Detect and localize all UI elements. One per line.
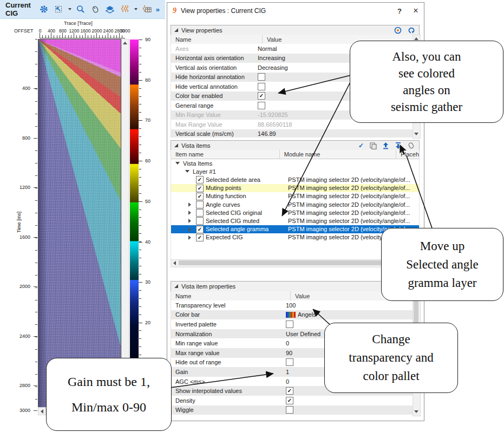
- property-value[interactable]: 0: [286, 378, 289, 385]
- checkbox[interactable]: [196, 209, 204, 217]
- settings-gear-icon[interactable]: [38, 4, 49, 15]
- zoom-window-dropdown-icon[interactable]: [68, 8, 71, 10]
- property-value[interactable]: 90: [286, 350, 292, 356]
- tree-item-selected-cig-original[interactable]: Selected CIG originalPSTM imaging select…: [171, 208, 419, 217]
- checkbox[interactable]: [196, 201, 204, 208]
- checkbox[interactable]: [258, 83, 265, 90]
- checkbox[interactable]: [196, 176, 204, 184]
- property-name: AGC <ms>: [171, 378, 286, 385]
- checkbox[interactable]: [196, 217, 204, 225]
- tree-item-label: Selected CIG original: [206, 210, 262, 216]
- colorbar-tick-label: 40: [145, 239, 150, 245]
- scroll-left-icon[interactable]: [38, 407, 46, 415]
- expander-open-icon[interactable]: [185, 170, 189, 173]
- tree-item-selected-angle-gramma[interactable]: Selected angle grammaPSTM imaging select…: [171, 225, 419, 233]
- checkbox[interactable]: [196, 234, 204, 241]
- checkbox[interactable]: [286, 406, 293, 414]
- section-vista-items[interactable]: Vista items ✓: [171, 140, 420, 151]
- checkbox[interactable]: [286, 397, 293, 404]
- property-value[interactable]: Angels: [298, 311, 316, 318]
- checkbox[interactable]: [196, 185, 204, 192]
- tree-item-muting-function[interactable]: Muting functionPSTM imaging selector 2D …: [171, 192, 419, 200]
- y-axis-tick-label: 2000: [11, 284, 30, 289]
- property-name: Vertical axis orientation: [171, 64, 258, 71]
- expander-closed-icon[interactable]: [188, 202, 191, 207]
- property-value[interactable]: Normal: [258, 45, 277, 52]
- property-value[interactable]: 146.89: [258, 130, 276, 137]
- expander-closed-icon[interactable]: [188, 227, 191, 232]
- move-up-icon[interactable]: [382, 142, 389, 149]
- trace-wiggle-icon[interactable]: [119, 4, 130, 15]
- tree-item-layer-1[interactable]: Layer #1: [171, 167, 419, 175]
- property-value[interactable]: 88.66590118: [258, 121, 292, 128]
- expander-closed-icon[interactable]: [188, 235, 191, 240]
- scroll-down-icon[interactable]: [413, 408, 419, 415]
- zoom-window-icon[interactable]: [53, 4, 64, 15]
- property-row[interactable]: Transparency level100: [171, 300, 413, 310]
- scroll-left-icon[interactable]: [171, 260, 178, 266]
- close-button[interactable]: ×: [408, 6, 424, 16]
- property-row[interactable]: Wiggle: [171, 405, 413, 415]
- seismic-gather-canvas[interactable]: [38, 39, 121, 413]
- apply-check-icon[interactable]: ✓: [358, 142, 364, 149]
- scrollbar-thumb[interactable]: [179, 260, 408, 265]
- checkbox[interactable]: [286, 387, 293, 395]
- checkbox[interactable]: [258, 92, 265, 100]
- tree-item-label: Expected CIG: [206, 234, 243, 240]
- checkbox[interactable]: [196, 193, 204, 200]
- callout-line: Also, you can: [350, 48, 503, 65]
- property-row[interactable]: Vertical scale (ms/cm)146.89: [171, 129, 413, 138]
- checkbox[interactable]: [258, 102, 265, 109]
- tree-item-muting-points[interactable]: Muting pointsPSTM imaging selector 2D (v…: [171, 184, 419, 192]
- property-name: Hide vertical annotation: [171, 83, 258, 90]
- undo-icon[interactable]: [407, 27, 415, 34]
- expander-closed-icon[interactable]: [188, 219, 191, 223]
- toolbar-overflow-icon[interactable]: »: [156, 5, 160, 14]
- callout-move-up: Move upSelected anglegramma layer: [381, 228, 503, 301]
- property-value[interactable]: 100: [286, 302, 296, 309]
- callout-line: seismic gather: [350, 99, 503, 115]
- tree-item-angle-curves[interactable]: Angle curvesPSTM imaging selector 2D (ve…: [171, 200, 419, 208]
- colorbar-tick-label: 80: [145, 77, 150, 83]
- callout-line: gramma layer: [382, 274, 503, 292]
- property-value[interactable]: Increasing: [258, 55, 285, 61]
- tree-item-module: PSTM imaging selector 2D (velocity/angle…: [288, 185, 410, 191]
- property-value[interactable]: -15.920825: [258, 112, 288, 118]
- property-value[interactable]: Decreasing: [258, 64, 288, 71]
- trace-spreadsheet-icon[interactable]: [141, 4, 152, 15]
- property-name: Min range value: [171, 340, 286, 346]
- copy-icon[interactable]: [369, 142, 377, 149]
- mouse-select-icon[interactable]: [407, 142, 415, 149]
- trace-wiggle-dropdown-icon[interactable]: [134, 8, 138, 10]
- property-row[interactable]: Density: [171, 396, 413, 405]
- tree-item-selected-delete-area[interactable]: Selected delete areaPSTM imaging selecto…: [171, 175, 419, 184]
- scroll-up-icon[interactable]: [122, 40, 128, 46]
- section-title: View properties: [181, 27, 222, 34]
- tree-item-selected-cig-muted[interactable]: Selected CIG mutedPSTM imaging selector …: [171, 217, 419, 225]
- property-value[interactable]: User Defined: [286, 331, 320, 337]
- colorbar-tick: [139, 161, 142, 161]
- tree-item-vista-items[interactable]: Vista Items: [171, 159, 419, 167]
- y-axis-tick: [34, 237, 37, 238]
- expander-closed-icon[interactable]: [188, 211, 191, 215]
- layers-icon[interactable]: [104, 4, 115, 15]
- checkbox[interactable]: [196, 226, 204, 233]
- tree-item-label: Angle curves: [206, 201, 240, 208]
- checkbox[interactable]: [258, 73, 265, 81]
- palette-swatch-icon[interactable]: [286, 312, 296, 318]
- property-value[interactable]: 0: [286, 340, 289, 346]
- zoom-icon[interactable]: [75, 4, 86, 15]
- seismic-vertical-scrollbar[interactable]: [121, 39, 129, 413]
- expander-open-icon[interactable]: [175, 162, 180, 165]
- property-value[interactable]: 1: [286, 369, 289, 375]
- property-name: Gain: [171, 369, 286, 375]
- checkbox[interactable]: [286, 358, 293, 366]
- property-row[interactable]: Color barAngels: [171, 310, 413, 320]
- scroll-down-icon[interactable]: [413, 130, 419, 137]
- section-view-properties[interactable]: View properties: [171, 25, 420, 36]
- mouse-tools-icon[interactable]: [90, 4, 101, 15]
- help-button[interactable]: ?: [391, 7, 408, 15]
- sync-target-icon[interactable]: [394, 27, 402, 34]
- checkbox[interactable]: [286, 320, 293, 328]
- move-down-icon[interactable]: [395, 142, 402, 149]
